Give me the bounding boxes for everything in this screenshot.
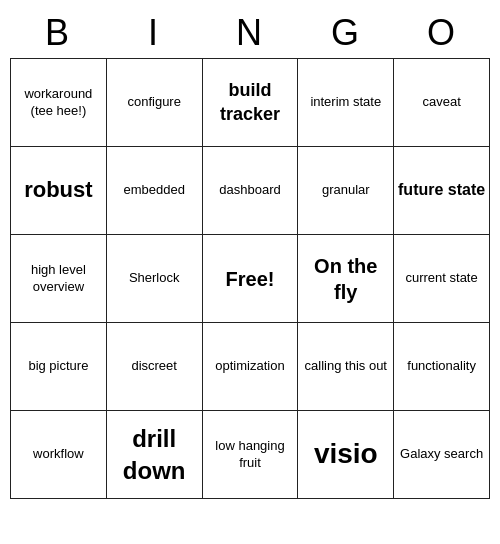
bingo-cell: caveat xyxy=(394,59,490,147)
bingo-cell: visio xyxy=(298,411,394,499)
bingo-cell: On the fly xyxy=(298,235,394,323)
bingo-cell: robust xyxy=(11,147,107,235)
bingo-header: BINGO xyxy=(10,8,490,58)
header-letter: I xyxy=(106,8,202,58)
bingo-cell: future state xyxy=(394,147,490,235)
header-letter: O xyxy=(394,8,490,58)
header-letter: N xyxy=(202,8,298,58)
bingo-cell: workaround (tee hee!) xyxy=(11,59,107,147)
bingo-cell: build tracker xyxy=(203,59,299,147)
bingo-cell: discreet xyxy=(107,323,203,411)
bingo-cell: workflow xyxy=(11,411,107,499)
bingo-cell: drill down xyxy=(107,411,203,499)
bingo-cell: configure xyxy=(107,59,203,147)
bingo-cell: calling this out xyxy=(298,323,394,411)
bingo-cell: interim state xyxy=(298,59,394,147)
bingo-cell: big picture xyxy=(11,323,107,411)
bingo-cell: Sherlock xyxy=(107,235,203,323)
bingo-grid: workaround (tee hee!)configurebuild trac… xyxy=(10,58,490,499)
bingo-cell: granular xyxy=(298,147,394,235)
bingo-cell: embedded xyxy=(107,147,203,235)
bingo-cell: optimization xyxy=(203,323,299,411)
bingo-cell: Galaxy search xyxy=(394,411,490,499)
bingo-cell: current state xyxy=(394,235,490,323)
header-letter: B xyxy=(10,8,106,58)
bingo-cell: functionality xyxy=(394,323,490,411)
bingo-cell: Free! xyxy=(203,235,299,323)
header-letter: G xyxy=(298,8,394,58)
bingo-cell: high level overview xyxy=(11,235,107,323)
bingo-card: BINGO workaround (tee hee!)configurebuil… xyxy=(10,8,490,499)
bingo-cell: dashboard xyxy=(203,147,299,235)
bingo-cell: low hanging fruit xyxy=(203,411,299,499)
